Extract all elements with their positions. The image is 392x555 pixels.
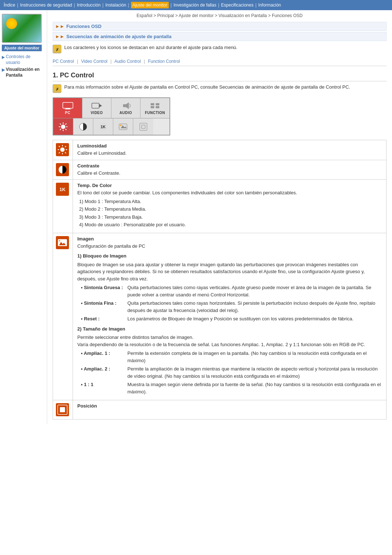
nav-instalacion[interactable]: Instalación [105,3,126,8]
svg-line-21 [65,129,66,130]
svg-point-46 [59,240,60,242]
bullet-gruesa: • Sintonía Gruesa : [81,284,124,298]
tab-bar: PC Control | Video Control | Audio Contr… [53,57,387,66]
link-funciones-osd[interactable]: Funciones OSD [66,24,102,29]
tamano-title: 2) Tamaño de Imagen [77,325,382,333]
info-icon: ✗ [53,45,61,53]
luminosidad-icon-cell [53,140,73,160]
svg-marker-8 [99,104,102,108]
osd-sub-image[interactable] [113,118,133,135]
arrow-icon-visualizacion: ▶ [2,67,5,72]
temp-icon-cell: 1K [53,180,73,233]
temp-icon: 1K [56,183,69,196]
desc-fina: Quita perturbaciones tales como rayas ho… [127,300,382,314]
posicion-icon-cell [53,400,73,420]
osd-sub-brightness[interactable] [53,118,73,135]
svg-rect-13 [156,103,159,105]
osd-tab-video[interactable]: VIDEO [82,98,111,118]
pc-note-icon: ✗ [53,84,61,93]
tamano-item-ampliac2: • Ampliac. 2 : Permite la ampliación de … [81,365,382,380]
osd-sub-row: 1K [53,118,170,135]
imagen-desc-text: Configuración de pantalla de PC [77,243,382,250]
bloqueo-item-fina: • Sintonía Fina : Quita perturbaciones t… [81,300,382,314]
svg-rect-5 [66,108,70,109]
tab-sep-3: | [144,59,145,64]
imagen-icon-cell [53,233,73,400]
sidebar: Ajuste del monitor ▶ Controles de usuari… [0,10,47,424]
sidebar-controles-label: Controles de usuario [6,54,44,65]
dbl-arrow-icon-2: ►► [55,34,65,39]
tab-sep-2: | [110,59,111,64]
osd-audio-label: AUDIO [119,111,132,115]
contraste-name: Contraste [77,163,382,169]
nav-fallas[interactable]: Investigación de fallas [173,3,216,8]
mode-2: 2) Modo 2 : Temperatura Media. [79,206,382,213]
posicion-content: Posición [73,400,387,420]
section-links: ►► Funciones OSD ►► Secuencias de animac… [53,22,387,41]
svg-line-20 [60,123,61,125]
arrow-icon-controles: ▶ [2,54,5,60]
tab-function-control[interactable]: Function Control [148,59,180,64]
osd-sub-contrast[interactable] [73,118,93,135]
svg-line-39 [65,146,66,147]
bullet-ampliac2: • Ampliac. 2 : [81,365,124,380]
svg-text:1K: 1K [60,187,66,192]
osd-sub-colortemp[interactable]: 1K [93,118,113,135]
svg-rect-9 [123,104,126,107]
desc-ampliac2: Permite la ampliación de la imagen mient… [127,365,382,380]
svg-text:✗: ✗ [56,48,59,52]
posicion-icon [56,403,69,416]
nav-sep-1: | [17,3,18,8]
osd-tab-function[interactable]: FUNCTION [140,98,170,118]
osd-sub-position[interactable] [133,118,153,135]
svg-text:1K: 1K [101,125,106,129]
tab-audio-control[interactable]: Audio Control [114,59,141,64]
link-secuencias[interactable]: Secuencias de animación de ajuste de pan… [66,34,172,39]
sidebar-item-visualizacion[interactable]: ▶ Visualización en Pantalla [2,67,44,78]
svg-line-37 [59,146,60,147]
tab-sep-1: | [77,59,78,64]
nav-seguridad[interactable]: Instrucciones de seguridad [20,3,72,8]
bullet-11: • 1 : 1 [81,381,124,395]
feature-row-imagen: Imagen Configuración de pantalla de PC 1… [53,233,387,400]
bullet-ampliac1: • Ampliac. 1 : [81,350,124,364]
osd-tab-audio[interactable]: AUDIO [111,98,140,118]
sidebar-label: Ajuste del monitor [2,45,42,51]
bloqueo-desc: Bloqueo de Imagen se usa para ajustar y … [77,261,382,283]
svg-text:✗: ✗ [56,87,59,92]
svg-line-22 [65,123,66,125]
nav-sep-7: | [255,3,256,8]
tab-pc-control[interactable]: PC Control [53,59,74,64]
pc-note-text: Para más información sobre el Ajuste de … [64,84,350,90]
svg-rect-14 [156,106,159,108]
info-note: ✗ Los caracteres y los iconos se destaca… [53,45,387,53]
luminosidad-name: Luminosidad [77,143,382,149]
imagen-content: Imagen Configuración de pantalla de PC 1… [73,233,387,400]
contraste-icon [56,163,69,176]
section-link-osd: ►► Funciones OSD [53,22,387,31]
feature-row-contraste: Contraste Calibre el Contraste. [53,160,387,180]
bloqueo-title: 1) Bloqueo de Imagen [77,252,382,260]
sidebar-item-controles[interactable]: ▶ Controles de usuario [2,54,44,65]
osd-tab-pc[interactable]: PC [53,98,82,118]
nav-informacion[interactable]: Información [258,3,281,8]
nav-especificaciones[interactable]: Especificaciones [221,3,253,8]
svg-line-23 [60,129,61,130]
desc-ampliac1: Permite la extensión completa de la imag… [127,350,382,364]
breadcrumb: Español > Principal > Ajuste del monitor… [53,13,387,18]
tamano-items: • Ampliac. 1 : Permite la extensión comp… [81,350,382,395]
nav-intro[interactable]: Introducción [77,3,101,8]
contraste-icon-cell [53,160,73,180]
nav-sep-6: | [218,3,219,8]
feature-row-temp: 1K Temp. De Color El tono del color se p… [53,180,387,233]
svg-rect-31 [142,125,145,129]
nav-sep-2: | [74,3,75,8]
top-navigation: Índice | Instrucciones de seguridad | In… [0,0,392,10]
mode-1: 1) Modo 1 : Temperatura Alta. [79,198,382,205]
nav-ajuste-active[interactable]: Ajuste del monitor [131,2,169,8]
svg-point-15 [61,125,65,129]
nav-indice[interactable]: Índice [4,3,15,8]
tab-video-control[interactable]: Video Control [81,59,108,64]
osd-pc-label: PC [65,111,70,115]
main-layout: Ajuste del monitor ▶ Controles de usuari… [0,10,392,424]
